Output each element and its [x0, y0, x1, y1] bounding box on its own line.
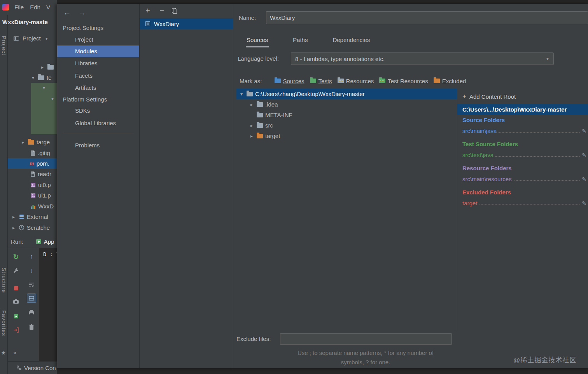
add-module-button[interactable]: +	[144, 6, 152, 15]
tree-row-src[interactable]: ▸ src	[236, 120, 457, 131]
up-arrow-icon[interactable]: ↑	[27, 252, 36, 261]
tree-selection-block[interactable]: ▾ ▾	[31, 83, 57, 134]
sidebar-item-libraries[interactable]: Libraries	[57, 58, 139, 69]
soft-wrap-icon[interactable]	[27, 280, 36, 289]
exclude-files-input[interactable]	[280, 333, 452, 345]
tree-row-pom-selected[interactable]: m pom.	[8, 158, 57, 169]
module-name-input[interactable]	[266, 11, 588, 24]
mark-test-resources-button[interactable]: Test Resources	[379, 78, 428, 84]
chevron-right-icon[interactable]: ▸	[249, 133, 254, 139]
run-config-name[interactable]: App	[44, 238, 54, 245]
tab-dependencies[interactable]: Dependencies	[332, 34, 371, 47]
module-list-item[interactable]: WxxDiary	[140, 18, 233, 29]
source-folder-path[interactable]: src\main\java	[462, 128, 497, 134]
tree-row-ui1[interactable]: ui1.p	[30, 190, 51, 201]
run-config-icon	[36, 239, 42, 245]
camera-icon[interactable]	[12, 297, 20, 306]
menu-view[interactable]: V	[46, 4, 50, 10]
down-arrow-icon[interactable]: ↓	[27, 266, 36, 275]
tree-row-idea[interactable]: ▸ .idea	[236, 99, 457, 110]
tab-paths[interactable]: Paths	[292, 34, 308, 47]
tree-row-readme[interactable]: readr	[30, 169, 51, 179]
sidebar-item-project[interactable]: Project	[57, 34, 139, 45]
exit-icon[interactable]	[12, 326, 20, 334]
sidebar-item-facets[interactable]: Facets	[57, 70, 139, 82]
tree-row-content-root[interactable]: ▾ C:\Users\zhang\Desktop\WxxDiary-master	[236, 89, 457, 99]
mark-sources-button[interactable]: Sources	[275, 78, 304, 84]
stop-icon[interactable]	[12, 284, 20, 292]
back-button[interactable]: ←	[63, 9, 71, 17]
tree-row-wxxd[interactable]: WxxD	[30, 201, 54, 211]
copy-module-button[interactable]	[172, 8, 177, 14]
chevron-right-icon[interactable]: ▸	[20, 140, 26, 145]
stripe-structure-button[interactable]: Structure	[1, 267, 7, 293]
trash-icon[interactable]	[27, 323, 36, 331]
project-tool-header[interactable]: Project ▾	[13, 33, 49, 44]
source-folder-item[interactable]: src\main\java ✎	[462, 126, 586, 134]
resource-folder-path[interactable]: src\main\resources	[462, 176, 512, 182]
mark-resources-button[interactable]: Resources	[338, 78, 374, 84]
tree-row-gitignore[interactable]: .gitig	[30, 148, 50, 158]
version-control-button[interactable]: Version Con	[8, 361, 57, 374]
coverage-icon[interactable]	[12, 312, 20, 320]
project-tool-title: Project	[23, 35, 41, 42]
chevron-down-icon[interactable]: ▾	[44, 36, 49, 41]
add-content-root-button[interactable]: + Add Content Root	[462, 92, 516, 101]
tree-row-meta-inf[interactable]: META-INF	[236, 110, 457, 120]
tree-row-target[interactable]: ▸ targe	[20, 137, 50, 147]
stripe-favorites-button[interactable]: Favorites	[1, 310, 7, 336]
forward-button[interactable]: →	[79, 9, 86, 17]
edit-icon[interactable]: ✎	[582, 200, 586, 206]
chevron-down-icon[interactable]: ▾	[30, 75, 36, 80]
tree-row-scratches[interactable]: ▸ Scratche	[11, 222, 50, 233]
run-console[interactable]: D : \	[39, 248, 57, 362]
chevron-right-icon[interactable]: ▸	[11, 225, 16, 231]
edit-icon[interactable]: ✎	[582, 152, 586, 158]
mark-excluded-button[interactable]: Excluded	[434, 78, 466, 84]
menu-file[interactable]: File	[14, 4, 24, 10]
more-tool-windows-button[interactable]: »	[13, 349, 16, 356]
dialog-sidebar: ← → Project Settings Project Modules Lib…	[57, 4, 140, 368]
chevron-right-icon[interactable]: ▸	[249, 123, 254, 128]
favorites-star-icon[interactable]: ★	[1, 350, 6, 356]
chevron-right-icon[interactable]: ▸	[40, 65, 45, 70]
tree-row[interactable]: ▾ te	[30, 72, 52, 83]
rerun-icon[interactable]: ↻	[12, 253, 20, 261]
excluded-folder-item[interactable]: target ✎	[462, 199, 586, 206]
tab-sources[interactable]: Sources	[246, 34, 269, 47]
ide-window: File Edit V WxxDiary-maste Project ▾ ▸ ▾…	[0, 0, 57, 374]
sidebar-item-problems[interactable]: Problems	[57, 140, 139, 151]
edit-icon[interactable]: ✎	[582, 176, 586, 182]
sidebar-item-global-libraries[interactable]: Global Libraries	[57, 117, 139, 129]
mark-tests-button[interactable]: Tests	[310, 78, 332, 84]
tree-row-target[interactable]: ▸ target	[236, 131, 457, 141]
wrench-icon[interactable]	[12, 266, 20, 275]
resource-folder-item[interactable]: src\main\resources ✎	[462, 175, 586, 182]
resources-folder-icon	[338, 79, 344, 83]
sidebar-item-artifacts[interactable]: Artifacts	[57, 82, 139, 94]
folder-icon	[38, 75, 44, 80]
excluded-folder-path[interactable]: target	[462, 200, 477, 206]
printer-icon[interactable]	[27, 308, 36, 317]
language-level-select[interactable]: 8 - Lambdas, type annotations etc. ▼	[291, 52, 554, 65]
tree-row-external-libraries[interactable]: ▸ External	[11, 211, 48, 222]
sidebar-item-sdks[interactable]: SDKs	[57, 105, 139, 117]
tree-item-label: ui1.p	[38, 192, 51, 199]
chevron-right-icon[interactable]: ▸	[249, 102, 254, 107]
content-root-header[interactable]: C:\Users\...\Desktop\WxxDiary-master	[457, 104, 588, 115]
test-source-folder-item[interactable]: src\test\java ✎	[462, 150, 586, 158]
tree-row[interactable]: ▸	[40, 62, 54, 72]
chevron-down-icon[interactable]: ▾	[239, 91, 244, 97]
remove-module-button[interactable]: −	[158, 6, 166, 15]
menu-edit[interactable]: Edit	[30, 4, 40, 10]
console-layout-toggle[interactable]	[27, 294, 36, 303]
idea-logo-icon[interactable]	[2, 4, 9, 10]
test-source-folder-path[interactable]: src\test\java	[462, 152, 494, 158]
chevron-down-icon[interactable]: ▾	[50, 96, 55, 101]
chevron-right-icon[interactable]: ▸	[11, 214, 16, 220]
stripe-project-button[interactable]: Project	[1, 36, 7, 56]
tree-row-ui0[interactable]: ui0.p	[30, 180, 51, 190]
edit-icon[interactable]: ✎	[582, 128, 586, 134]
sidebar-item-modules[interactable]: Modules	[57, 45, 139, 57]
chevron-down-icon[interactable]: ▾	[41, 85, 47, 91]
